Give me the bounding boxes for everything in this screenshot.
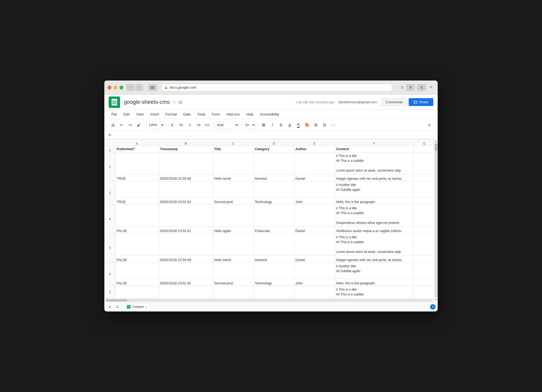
vertical-scrollbar[interactable]: ▲ ▼ [434,139,438,302]
cell-g7[interactable] [414,286,434,298]
cell-b6-bottom[interactable]: 03/02/2018 23:01:42 [159,279,213,286]
cell-g6-top[interactable] [414,263,434,279]
cell-a1[interactable]: Published? [115,146,159,152]
cell-b4-bottom[interactable]: 03/02/2018 23:02:41 [159,227,213,234]
maximize-button[interactable] [120,86,123,89]
cell-d7[interactable] [254,286,294,298]
folder-icon[interactable]: ▤ [178,99,182,105]
sheet-tab-content[interactable]: Content ▾ [123,303,151,311]
cell-b3-bottom[interactable]: 03/02/2018 23:01:42 [159,198,213,205]
cell-c3-bottom[interactable]: Second post [213,198,254,205]
cell-g2-bottom[interactable] [414,174,434,181]
menu-insert[interactable]: Insert [147,111,162,117]
cell-b5-bottom[interactable]: 03/02/2018 22:55:48 [159,256,213,263]
bold-button[interactable]: B [260,121,268,129]
share-screen-button[interactable]: ⬆ [406,84,415,91]
cell-f2-top[interactable]: # This is a title ## This is a subtitle … [335,152,414,174]
col-header-c[interactable]: C [213,139,254,146]
cell-a3-top[interactable] [115,181,159,198]
col-header-f[interactable]: F [335,139,414,146]
cell-d2-top[interactable] [254,152,294,174]
cell-a4-top[interactable] [115,205,159,227]
cell-f3-top[interactable]: # Another title ## Subtitle again [335,181,414,198]
cell-e6-top[interactable] [294,263,335,279]
menu-addons[interactable]: Add-ons [224,111,242,117]
menu-accessibility[interactable]: Accessibility [257,111,282,117]
star-icon[interactable]: ☆ [172,99,176,105]
cell-c6-bottom[interactable]: Second post [213,279,254,286]
zoom-select[interactable]: 100% [146,121,165,128]
percent-button[interactable]: % [177,121,185,129]
add-sheet-button[interactable]: + [107,304,113,310]
cell-e5-top[interactable] [294,234,335,256]
cell-c5-top[interactable] [213,234,254,256]
borders-button[interactable]: ⊞ [312,121,320,129]
underline-button[interactable]: A [286,121,294,129]
col-header-d[interactable]: D [254,139,294,146]
format-type-button[interactable]: 123 [203,121,211,129]
col-header-a[interactable]: A [115,139,159,146]
redo-button[interactable]: ↪ [126,121,134,129]
cell-b2-top[interactable] [159,152,213,174]
print-button[interactable]: 🖨 [109,121,117,129]
row-num-6[interactable]: 6 [105,263,115,286]
col-header-e[interactable]: E [294,139,335,146]
cell-f1[interactable]: Content [335,146,414,152]
cell-c1[interactable]: Title [213,146,254,152]
menu-edit[interactable]: Edit [121,111,132,117]
url-bar[interactable]: 🔒 docs.google.com [161,84,392,91]
cell-b1[interactable]: Timestamp [159,146,213,152]
cell-b2-bottom[interactable]: 03/02/2018 22:55:48 [159,174,213,181]
cell-d3-top[interactable] [254,181,294,198]
scroll-thumb[interactable] [105,299,127,301]
share-button[interactable]: Share [409,98,433,106]
italic-button[interactable]: I [268,121,276,129]
row-num-3[interactable]: 3 [105,181,115,205]
row-num-5[interactable]: 5 [105,234,115,263]
cell-c2-bottom[interactable]: Hello world [213,174,254,181]
explore-button[interactable]: ✦ [430,304,435,310]
merge-button[interactable]: ⊟ [320,121,328,129]
cell-c4-top[interactable] [213,205,254,227]
cell-c3-top[interactable] [213,181,254,198]
cell-a3-bottom[interactable]: TRUE [115,198,159,205]
cell-e7[interactable] [294,286,335,298]
paint-format-button[interactable]: 🖌 [135,121,143,129]
close-button[interactable] [108,86,111,89]
cell-e5-bottom[interactable]: Daniel [294,256,335,263]
undo-button[interactable]: ↩ [117,121,125,129]
cell-d3-bottom[interactable]: Technology [254,198,294,205]
cell-g5-bottom[interactable] [414,256,434,263]
cell-a6-top[interactable] [115,263,159,279]
cell-e2-top[interactable] [294,152,335,174]
col-header-g[interactable]: G [414,139,434,146]
cell-b4-top[interactable] [159,205,213,227]
cell-g4-top[interactable] [414,205,434,227]
cell-d5-bottom[interactable]: General [254,256,294,263]
row-num-4[interactable]: 4 [105,205,115,234]
cell-a2-top[interactable] [115,152,159,174]
cell-e1[interactable]: Author [294,146,335,152]
formula-input[interactable] [115,132,435,138]
decimal-increase-button[interactable]: .00 [194,121,202,129]
cell-e4-bottom[interactable]: Daniel [294,227,335,234]
cell-d6-top[interactable] [254,263,294,279]
horizontal-scrollbar[interactable] [104,298,434,302]
menu-file[interactable]: File [109,111,120,117]
row-num-2[interactable]: 2 [105,152,115,181]
scroll-up-button[interactable]: ▲ [435,140,437,143]
cell-a2-bottom[interactable]: TRUE [115,174,159,181]
collapse-toolbar-button[interactable]: ∧ [425,121,433,129]
cell-d1[interactable]: Category [254,146,294,152]
cell-f7[interactable]: # This is a title ## This is a subtitle [335,286,414,298]
scroll-thumb-vertical[interactable] [435,143,437,151]
cell-d5-top[interactable] [254,234,294,256]
font-select[interactable]: Arial [215,121,239,128]
cell-a4-bottom[interactable]: FALSE [115,227,159,234]
cell-f6-bottom[interactable]: Hello, this is the paragraph. [335,279,414,286]
scroll-down-button[interactable]: ▼ [435,298,437,301]
cell-a5-top[interactable] [115,234,159,256]
cell-f5-top[interactable]: # This is a title ## This is a subtitle … [335,234,414,256]
cell-e4-top[interactable] [294,205,335,227]
comments-button[interactable]: Comments [381,98,406,106]
